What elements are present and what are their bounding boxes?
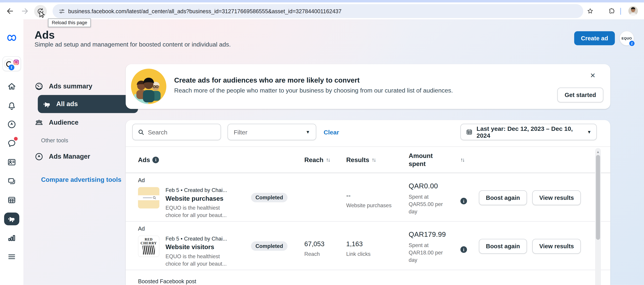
ad-title[interactable]: Website purchases bbox=[166, 195, 228, 202]
back-button[interactable] bbox=[6, 7, 14, 15]
scrollbar-thumb[interactable] bbox=[596, 155, 600, 240]
address-bar[interactable]: business.facebook.com/latest/ad_center/a… bbox=[53, 4, 583, 18]
close-icon[interactable]: ✕ bbox=[590, 72, 596, 80]
col-actions bbox=[479, 147, 610, 173]
ad-thumbnail[interactable]: REDCHERRYLASHES bbox=[138, 235, 160, 257]
col-header-results[interactable]: Results ↑↓ bbox=[346, 147, 409, 173]
results-label: Website purchases bbox=[346, 202, 409, 208]
sidebar-inbox[interactable] bbox=[4, 136, 18, 150]
sort-icon[interactable]: ↑↓ bbox=[326, 157, 330, 163]
facebook-badge-icon: f bbox=[629, 40, 635, 47]
reach-value: 67,053 bbox=[304, 240, 346, 248]
banner-subtitle: Reach more of the people who matter to y… bbox=[174, 87, 453, 94]
date-range-text: Last year: Dec 12, 2023 – Dec 10, 2024 bbox=[476, 125, 583, 139]
ad-cell: Ad REDCHERRYLASHES Feb 5 • Created by Ch… bbox=[138, 222, 251, 270]
nav-ads-summary[interactable]: Ads summary bbox=[34, 80, 92, 93]
sort-icon[interactable]: ↑↓ bbox=[460, 157, 464, 163]
info-icon[interactable]: i bbox=[460, 246, 467, 253]
sidebar-ad-center[interactable] bbox=[4, 117, 18, 131]
ad-type-label: Ad bbox=[138, 222, 251, 232]
results-value: 1,163 bbox=[346, 240, 409, 248]
reach-cell bbox=[304, 173, 346, 221]
account-chip[interactable]: EQUO f bbox=[619, 31, 634, 46]
sort-icon[interactable]: ↑↓ bbox=[372, 157, 376, 163]
sidebar-all-tools[interactable] bbox=[4, 250, 18, 263]
browser-profile-avatar[interactable] bbox=[628, 6, 638, 16]
ad-title[interactable]: Website visitors bbox=[166, 243, 228, 251]
table-header-row: Ads i Reach ↑↓ Results ↑↓ Amount spent bbox=[126, 147, 610, 173]
chevron-down-icon: ▼ bbox=[306, 129, 310, 134]
partial-row-label: Boosted Facebook post bbox=[126, 270, 610, 284]
sidebar-leads[interactable] bbox=[4, 155, 18, 169]
status-cell: Completed bbox=[251, 222, 304, 270]
bell-icon bbox=[7, 101, 16, 110]
circle-partial-icon bbox=[7, 282, 16, 285]
table-row[interactable]: Ad Feb 5 • Created by Chai... Website pu… bbox=[126, 173, 610, 222]
col-header-ads[interactable]: Ads i bbox=[138, 147, 251, 173]
sidebar-insights[interactable] bbox=[4, 230, 18, 244]
col-header-amount[interactable]: Amount spent bbox=[409, 147, 460, 173]
col-header-amount-sort[interactable]: ↑↓ bbox=[460, 147, 479, 173]
info-icon[interactable]: i bbox=[460, 198, 467, 204]
scroll-up-icon[interactable]: ▲ bbox=[596, 150, 600, 154]
extensions-button[interactable] bbox=[608, 7, 616, 15]
ad-thumbnail[interactable] bbox=[138, 187, 160, 209]
page-title: Ads bbox=[34, 29, 55, 42]
clear-filters-link[interactable]: Clear bbox=[324, 120, 339, 144]
nav-label: Ads summary bbox=[49, 83, 92, 90]
sidebar-help-partial[interactable] bbox=[4, 280, 18, 285]
content-icon bbox=[7, 176, 16, 186]
forward-button[interactable] bbox=[21, 7, 29, 15]
filter-dropdown[interactable]: Filter ▼ bbox=[228, 124, 316, 140]
amount-info-cell: i bbox=[460, 222, 479, 270]
site-info-icon[interactable] bbox=[58, 8, 65, 15]
home-icon bbox=[7, 82, 16, 91]
search-box[interactable] bbox=[132, 124, 221, 140]
calendar-icon bbox=[466, 128, 473, 136]
business-account-switcher[interactable]: f bbox=[2, 56, 21, 71]
amount-value: QAR0.00 bbox=[409, 182, 460, 190]
mouse-cursor bbox=[40, 11, 45, 18]
date-range-picker[interactable]: Last year: Dec 12, 2023 – Dec 10, 2024 ▼ bbox=[460, 124, 597, 140]
sidebar-ads-active[interactable] bbox=[4, 212, 20, 225]
status-badge: Completed bbox=[251, 193, 288, 202]
boost-again-button[interactable]: Boost again bbox=[479, 190, 527, 205]
col-header-reach[interactable]: Reach ↑↓ bbox=[304, 147, 346, 173]
chevron-down-icon: ▼ bbox=[587, 129, 591, 134]
actions-cell: Boost again View results bbox=[479, 173, 610, 221]
boost-circle-icon bbox=[7, 120, 16, 129]
left-rail: f bbox=[0, 20, 24, 285]
url-text[interactable]: business.facebook.com/latest/ad_center/a… bbox=[68, 8, 342, 14]
info-icon[interactable]: i bbox=[152, 156, 159, 163]
nav-audience[interactable]: Audience bbox=[34, 116, 78, 129]
reach-label: Reach bbox=[304, 251, 346, 257]
compare-advertising-tools-link[interactable]: Compare advertising tools bbox=[41, 176, 121, 183]
sidebar-planner[interactable] bbox=[4, 193, 18, 207]
meta-logo[interactable] bbox=[4, 31, 18, 45]
sidebar-notifications[interactable] bbox=[4, 99, 18, 113]
nav-label: Audience bbox=[49, 119, 78, 126]
sidebar-home[interactable] bbox=[4, 79, 18, 93]
nav-all-ads-selected[interactable]: All ads bbox=[38, 95, 138, 113]
profile-photo bbox=[628, 6, 638, 16]
search-input[interactable] bbox=[148, 128, 210, 135]
bookmark-button[interactable] bbox=[586, 7, 594, 15]
ads-table-card: Filter ▼ Clear Last year: Dec 12, 2023 –… bbox=[126, 120, 610, 285]
amount-info-cell: i bbox=[460, 173, 479, 221]
ad-cell: Ad Feb 5 • Created by Chai... Website pu… bbox=[138, 173, 251, 221]
nav-ads-manager[interactable]: Ads Manager bbox=[34, 150, 141, 163]
boost-again-button[interactable]: Boost again bbox=[479, 239, 527, 253]
puzzle-icon bbox=[608, 8, 615, 15]
get-started-button[interactable]: Get started bbox=[558, 88, 603, 102]
back-icon bbox=[6, 7, 14, 15]
magnifier-graphic bbox=[152, 196, 156, 200]
unread-badge bbox=[14, 137, 18, 141]
col-spacer bbox=[251, 147, 304, 173]
table-row[interactable]: Ad REDCHERRYLASHES Feb 5 • Created by Ch… bbox=[126, 222, 610, 270]
table-scrollbar[interactable]: ▲ bbox=[595, 148, 601, 285]
sidebar-content[interactable] bbox=[4, 174, 18, 188]
view-results-button[interactable]: View results bbox=[532, 190, 581, 205]
create-ad-button[interactable]: Create ad bbox=[574, 31, 615, 45]
view-results-button[interactable]: View results bbox=[532, 239, 581, 253]
ads-table: Ads i Reach ↑↓ Results ↑↓ Amount spent bbox=[126, 146, 610, 285]
